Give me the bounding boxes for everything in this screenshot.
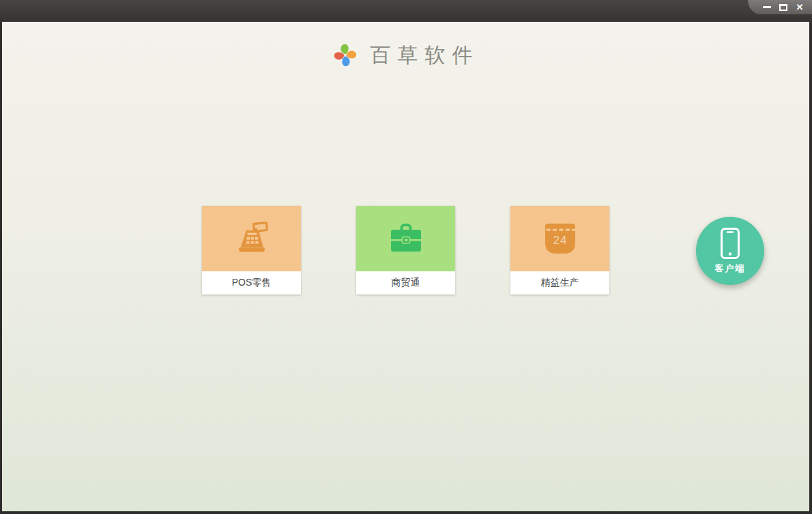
client-button[interactable]: 客户端: [696, 217, 764, 285]
product-card-pos[interactable]: POS零售: [202, 206, 301, 294]
calendar-day-number: 24: [553, 234, 567, 247]
minimize-icon: [763, 6, 771, 8]
close-icon: ✕: [796, 3, 804, 12]
close-button[interactable]: ✕: [795, 3, 804, 12]
pos-tile: [202, 206, 301, 271]
maximize-icon: [779, 4, 787, 11]
product-label: 商贸通: [356, 271, 455, 294]
main-content: 百草软件 POS零售: [2, 22, 809, 511]
header: 百草软件: [2, 38, 809, 72]
minimize-button[interactable]: [762, 3, 772, 12]
briefcase-icon: [388, 223, 424, 254]
client-button-label: 客户端: [715, 262, 746, 275]
product-label: 精益生产: [510, 271, 609, 294]
product-card-trade[interactable]: 商贸通: [356, 206, 455, 294]
product-card-lean[interactable]: 24 精益生产: [510, 206, 609, 294]
window-controls: ✕: [748, 0, 812, 14]
pinwheel-logo-icon: [332, 42, 358, 68]
lean-tile: 24: [510, 206, 609, 271]
app-title: 百草软件: [371, 42, 480, 70]
maximize-button[interactable]: [779, 3, 788, 12]
smartphone-icon: [720, 227, 740, 260]
calendar-icon: 24: [544, 223, 577, 254]
product-label: POS零售: [202, 271, 301, 294]
title-bar[interactable]: ✕: [0, 0, 812, 22]
app-window: ✕ 百草软件: [0, 0, 812, 514]
trade-tile: [356, 206, 455, 271]
cash-register-icon: [233, 221, 271, 256]
